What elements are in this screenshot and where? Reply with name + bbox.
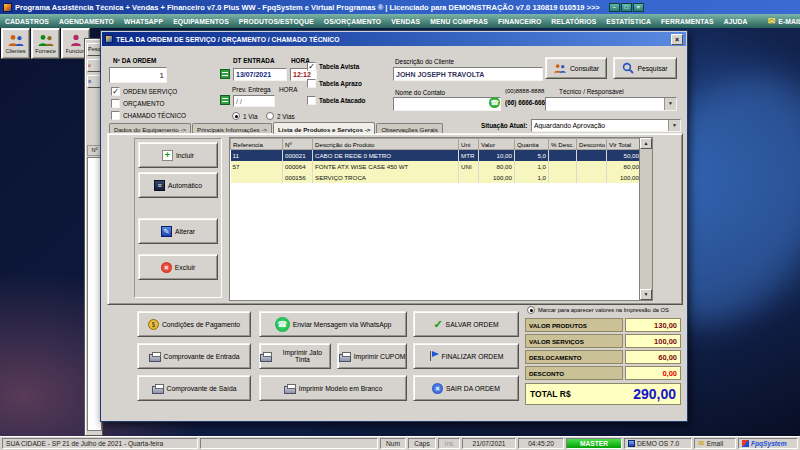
table-row[interactable]: 11000021CABO DE REDE 0 METROMTR10,005,05…	[231, 150, 642, 161]
entry-date-field[interactable]: 13/07/2021	[233, 68, 287, 81]
status-demo: DEMO OS 7.0	[624, 438, 692, 449]
binoculars-icon[interactable]: ⌕	[87, 59, 101, 72]
close-icon[interactable]: ×	[633, 3, 644, 12]
scroll-up-icon[interactable]: ▲	[640, 138, 652, 149]
col-desconto[interactable]: Desconto	[577, 139, 607, 150]
envelope-icon: ✉	[768, 17, 776, 26]
comprovante-saida-button[interactable]: Comprovante de Saída	[137, 375, 251, 401]
app-title: Programa Assistência Técnica + Vendas + …	[15, 3, 600, 12]
condicoes-pagamento-button[interactable]: Condições de Pagamento	[137, 311, 251, 337]
imprimir-modelo-branco-button[interactable]: Imprimir Modelo em Branco	[259, 375, 407, 401]
menu-compras[interactable]: MENU COMPRAS	[425, 18, 493, 25]
toolbar-clientes-button[interactable]: Clientes	[1, 28, 30, 59]
sair-ordem-button[interactable]: ×SAIR DA ORDEM	[413, 375, 519, 401]
calendar-icon[interactable]	[220, 69, 230, 79]
dialog-icon	[105, 35, 113, 43]
menu-produtos-estoque[interactable]: PRODUTOS/ESTOQUE	[234, 18, 319, 25]
scroll-down-icon[interactable]: ▼	[640, 289, 652, 300]
comprovante-entrada-button[interactable]: Comprovante de Entrada	[137, 343, 251, 369]
finalizar-ordem-button[interactable]: FINALIZAR ORDEM	[413, 343, 519, 369]
checkbox-orcamento[interactable]: ORÇAMENTO	[111, 99, 164, 108]
desconto-value: 0,00	[625, 366, 681, 380]
checkbox-tabela-atacado[interactable]: Tabela Atacado	[307, 96, 366, 105]
status-time: 04:45:20	[518, 438, 564, 449]
dt-entrada-label: DT ENTRADA	[233, 57, 275, 64]
alterar-button[interactable]: ✎Alterar	[138, 218, 218, 244]
checkbox-ordem-servico[interactable]: ORDEM SERVIÇO	[111, 87, 177, 96]
status-bar: SUA CIDADE - SP 21 de Julho de 2021 - Qu…	[0, 436, 800, 450]
contact-field[interactable]	[393, 97, 501, 111]
maximize-icon[interactable]: □	[621, 3, 632, 12]
minimize-icon[interactable]: –	[609, 3, 620, 12]
checkbox-box	[307, 79, 316, 88]
people-icon	[7, 34, 25, 47]
col-valor[interactable]: Valor	[479, 139, 515, 150]
status-spacer	[200, 438, 378, 449]
automatico-button[interactable]: ≡Automático	[138, 172, 218, 198]
items-table: Referencia Nº Descrição do Produto Uni V…	[230, 138, 642, 183]
menu-whatsapp[interactable]: WHATSAPP	[119, 18, 168, 25]
printer-icon	[284, 386, 296, 394]
excluir-button[interactable]: ×Excluir	[138, 254, 218, 280]
toolbar-fornecedores-button[interactable]: Fornece	[31, 28, 60, 59]
monitor-icon	[628, 440, 635, 447]
pesquisar-button[interactable]: Pesquisar	[613, 57, 677, 79]
valor-servicos-label: VALOR SERVIÇOS	[525, 334, 623, 348]
prev-date-field[interactable]: / /	[233, 95, 275, 107]
tab-lista-produtos[interactable]: Lista de Produtos e Serviços ->	[273, 122, 375, 134]
dialog-titlebar: TELA DA ORDEM DE SERVIÇO / ORÇAMENTO / C…	[102, 32, 686, 46]
checkbox-tabela-avista[interactable]: Tabela Avista	[307, 62, 359, 71]
background-pesquisar-button[interactable]: Pesquisar	[87, 43, 101, 56]
imprimir-cupom-button[interactable]: Imprimir CUPOM	[337, 343, 407, 369]
menu-financeiro[interactable]: FINANCEIRO	[493, 18, 546, 25]
menu-email[interactable]: ✉ E-MAIL	[763, 17, 800, 26]
menu-vendas[interactable]: VENDAS	[386, 18, 425, 25]
valor-servicos-value: 100,00	[625, 334, 681, 348]
dialog-close-icon[interactable]: ×	[671, 34, 683, 45]
service-order-dialog: TELA DA ORDEM DE SERVIÇO / ORÇAMENTO / C…	[100, 30, 688, 422]
grid-scrollbar[interactable]: ▲ ▼	[639, 138, 652, 300]
incluir-button[interactable]: +Incluir	[138, 142, 218, 168]
grid-header-row: Referencia Nº Descrição do Produto Uni V…	[231, 139, 642, 150]
status-email[interactable]: ✉Email	[694, 438, 736, 449]
toolbar-label: Clientes	[5, 48, 25, 54]
radio-print-values[interactable]: Marcar para aparecer valores na Impressã…	[527, 306, 683, 314]
tecnico-combobox[interactable]: ▼	[545, 97, 677, 111]
col-perc-desc[interactable]: % Desc.	[549, 139, 577, 150]
col-vlr-total[interactable]: Vlr Total	[607, 139, 642, 150]
menu-ferramentas[interactable]: FERRAMENTAS	[656, 18, 719, 25]
checkbox-tabela-aprazo[interactable]: Tabela Aprazo	[307, 79, 362, 88]
products-tab-page: +Incluir ≡Automático ✎Alterar ×Excluir R…	[107, 133, 683, 305]
imprimir-jato-tinta-button[interactable]: Imprimir Jato Tinta	[259, 343, 331, 369]
valor-produtos-value: 130,00	[625, 318, 681, 332]
salvar-ordem-button[interactable]: ✓SALVAR ORDEM	[413, 311, 519, 337]
situacao-label: Situação Atual:	[481, 122, 527, 129]
menu-equipamentos[interactable]: EQUIPAMENTOS	[168, 18, 234, 25]
col-quantia[interactable]: Quantia	[515, 139, 549, 150]
report-icon[interactable]: ≡	[87, 75, 101, 88]
consultar-button[interactable]: Consultar	[545, 57, 607, 79]
total-value: 290,00	[633, 386, 676, 402]
menu-relatorios[interactable]: RELATÓRIOS	[546, 18, 601, 25]
deslocamento-value: 60,00	[625, 350, 681, 364]
menu-cadastros[interactable]: CADASTROS	[0, 18, 54, 25]
col-numero[interactable]: Nº	[283, 139, 313, 150]
situacao-combobox[interactable]: Aguardando Aprovação ▼	[531, 119, 681, 132]
menu-estatistica[interactable]: ESTATÍSTICA	[601, 18, 656, 25]
menu-os-orcamento[interactable]: OS/ORÇAMENTO	[319, 18, 386, 25]
table-row[interactable]: 57000064FONTE ATX WISE CASE 450 WTUNI80,…	[231, 161, 642, 172]
table-row[interactable]: 000156SERVIÇO TROCA100,001,0100,00	[231, 172, 642, 183]
whatsapp-button[interactable]: Enviar Mensagem via WhatsApp	[259, 311, 407, 337]
client-name-field[interactable]: JOHN JOSEPH TRAVOLTA	[393, 67, 543, 81]
phone1-text: (00)8888-8888	[505, 88, 544, 94]
calendar-icon[interactable]	[220, 95, 230, 105]
col-descricao[interactable]: Descrição do Produto	[313, 139, 459, 150]
col-referencia[interactable]: Referencia	[231, 139, 283, 150]
phone-icon[interactable]: ☎	[489, 97, 500, 108]
order-number-field[interactable]: 1	[109, 67, 167, 83]
menu-ajuda[interactable]: AJUDA	[719, 18, 753, 25]
prev-entrega-label: Prev. Entrega	[232, 86, 271, 93]
tab-strip: Dados do Equipamento -> Principais Infor…	[109, 119, 444, 134]
menu-agendamento[interactable]: AGENDAMENTO	[54, 18, 119, 25]
col-uni[interactable]: Uni	[459, 139, 479, 150]
